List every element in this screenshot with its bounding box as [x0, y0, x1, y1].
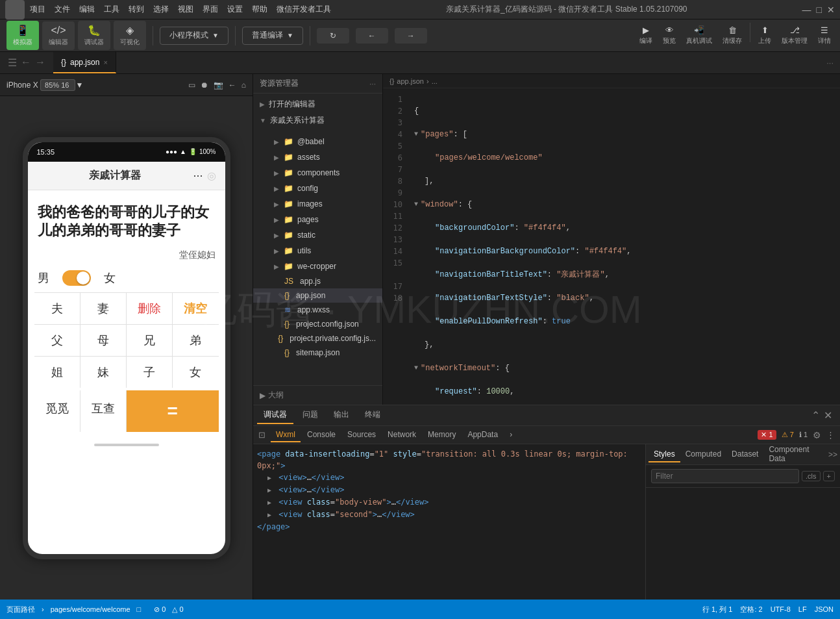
grid-cell-son[interactable]: 子 — [127, 357, 172, 388]
settings-gear-icon[interactable]: ⚙ — [813, 430, 821, 440]
right-tab-computed[interactable]: Computed — [680, 447, 726, 462]
menu-edit[interactable]: 编辑 — [79, 4, 95, 15]
menu-goto[interactable]: 转到 — [129, 4, 144, 15]
compile-run-button[interactable]: ▶ 编译 — [637, 23, 655, 48]
panel-close-icon[interactable]: ✕ — [824, 409, 832, 422]
grid-cell-wife[interactable]: 妻 — [80, 293, 126, 324]
grid-cell-elder-brother[interactable]: 兄 — [127, 325, 172, 356]
bottom-cell-equals[interactable]: = — [127, 390, 219, 432]
bottom-tab-output[interactable]: 输出 — [327, 407, 356, 424]
inner-tab-wxml[interactable]: Wxml — [271, 428, 301, 442]
debugger-button[interactable]: 🐛 调试器 — [78, 21, 110, 50]
inner-tab-sources[interactable]: Sources — [342, 428, 381, 442]
visual-button[interactable]: ◈ 可视化 — [114, 21, 146, 50]
preview-button[interactable]: 👁 预览 — [660, 23, 678, 48]
bottom-tab-terminal[interactable]: 终端 — [358, 407, 387, 424]
menu-wechat-devtools[interactable]: 微信开发者工具 — [277, 4, 331, 15]
right-tab-styles[interactable]: Styles — [649, 447, 680, 462]
refresh-button[interactable]: ↻ — [317, 28, 349, 44]
menu-view[interactable]: 视图 — [178, 4, 193, 15]
detail-button[interactable]: ☰ 详情 — [815, 23, 834, 48]
sidebar-item-app-wxss[interactable]: ≋ app.wxss — [253, 303, 382, 317]
sidebar-more-button[interactable]: ··· — [369, 79, 376, 88]
menu-project[interactable]: 项目 — [30, 4, 45, 15]
tab-more-button[interactable]: ··· — [820, 58, 840, 68]
editor-button[interactable]: </> 编辑器 — [42, 21, 75, 50]
mini-mode-dropdown[interactable]: 小程序模式 ▼ — [160, 27, 229, 45]
grid-cell-younger-brother[interactable]: 弟 — [173, 325, 218, 356]
version-management-button[interactable]: ⎇ 版本管理 — [779, 23, 810, 48]
more-dots-icon[interactable]: ⋮ — [826, 430, 835, 440]
menu-file[interactable]: 文件 — [55, 4, 70, 15]
sidebar-item-we-cropper[interactable]: ▶ 📁 we-cropper — [253, 259, 382, 274]
grid-cell-daughter[interactable]: 女 — [173, 357, 218, 388]
sidebar-item-project-private-config[interactable]: {} project.private.config.js... — [253, 331, 382, 346]
inner-tab-memory[interactable]: Memory — [423, 428, 461, 442]
grid-cell-mother[interactable]: 母 — [80, 325, 126, 356]
tab-app-json[interactable]: {} app.json × — [53, 52, 116, 73]
cls-button[interactable]: .cls — [802, 471, 821, 481]
gender-toggle[interactable] — [62, 270, 91, 286]
inner-tab-network[interactable]: Network — [382, 428, 421, 442]
devtools-cursor-icon[interactable]: ⊡ — [258, 430, 266, 440]
prev-page-button[interactable]: ← — [356, 28, 388, 44]
outline-section[interactable]: ▶ 大纲 — [253, 385, 382, 405]
right-tab-dataset[interactable]: Dataset — [726, 447, 763, 462]
sim-back-icon[interactable]: ← — [229, 81, 236, 90]
grid-cell-clear[interactable]: 清空 — [173, 293, 218, 324]
menu-interface[interactable]: 界面 — [203, 4, 218, 15]
sidebar-item-project[interactable]: ▼ 亲戚关系计算器 — [253, 112, 382, 129]
bottom-tab-debugger[interactable]: 调试器 — [257, 407, 293, 424]
menu-tools[interactable]: 工具 — [104, 4, 119, 15]
expand-arrow-4[interactable]: ▶ — [267, 511, 271, 518]
filter-input[interactable] — [651, 469, 799, 483]
right-panel-expand-icon[interactable]: >> — [828, 450, 837, 459]
sidebar-item-app-js[interactable]: JS app.js — [253, 274, 382, 288]
clear-cache-button[interactable]: 🗑 清缓存 — [720, 23, 745, 48]
bottom-cell-find[interactable]: 觅觅 — [34, 390, 80, 432]
sidebar-item-images[interactable]: ▶ 📁 images — [253, 196, 382, 212]
compile-dropdown[interactable]: 普通编译 ▼ — [242, 27, 303, 45]
grid-cell-father[interactable]: 父 — [34, 325, 80, 356]
next-page-button[interactable]: → — [395, 28, 427, 44]
sidebar-item-pages[interactable]: ▶ 📁 pages — [253, 212, 382, 227]
menu-select[interactable]: 选择 — [153, 4, 169, 15]
sidebar-item-assets[interactable]: ▶ 📁 assets — [253, 149, 382, 165]
bottom-cell-mutual[interactable]: 互查 — [80, 390, 126, 432]
sidebar-item-utils[interactable]: ▶ 📁 utils — [253, 243, 382, 259]
sidebar-item-components[interactable]: ▶ 📁 components — [253, 165, 382, 181]
inner-tab-more[interactable]: › — [504, 428, 517, 442]
bottom-tab-problems[interactable]: 问题 — [296, 407, 325, 424]
sidebar-item-open-editors[interactable]: ▶ 打开的编辑器 — [253, 96, 382, 112]
right-tab-component-data[interactable]: Component Data — [763, 444, 828, 467]
sim-home-icon[interactable]: ⌂ — [241, 81, 246, 90]
grid-cell-younger-sister[interactable]: 妹 — [80, 357, 126, 388]
sim-portrait-icon[interactable]: ▭ — [188, 81, 195, 90]
upload-button[interactable]: ⬆ 上传 — [756, 23, 774, 48]
expand-arrow-2[interactable]: ▶ — [267, 486, 271, 494]
code-editor[interactable]: 1 2 3 4 5 6 7 8 9 10 11 12 13 14 — [383, 88, 840, 405]
sidebar-item-config[interactable]: ▶ 📁 config — [253, 181, 382, 196]
sidebar-item-static[interactable]: ▶ 📁 static — [253, 227, 382, 243]
sim-screenshot-icon[interactable]: 📷 — [214, 81, 223, 90]
inner-tab-appdata[interactable]: AppData — [462, 428, 503, 442]
grid-cell-elder-sister[interactable]: 姐 — [34, 357, 80, 388]
menu-help[interactable]: 帮助 — [252, 4, 267, 15]
real-test-button[interactable]: 📲 真机调试 — [684, 23, 715, 48]
grid-cell-husband[interactable]: 夫 — [34, 293, 80, 324]
expand-arrow-3[interactable]: ▶ — [267, 499, 271, 506]
add-style-button[interactable]: + — [823, 471, 835, 481]
minimize-button[interactable]: — — [802, 5, 811, 15]
maximize-button[interactable]: □ — [817, 5, 822, 15]
close-button[interactable]: ✕ — [827, 5, 835, 15]
sidebar-item-babel[interactable]: ▶ 📁 @babel — [253, 134, 382, 149]
panel-collapse-icon[interactable]: ⌃ — [811, 409, 820, 422]
sidebar-item-sitemap[interactable]: {} sitemap.json — [253, 346, 382, 360]
expand-arrow-1[interactable]: ▶ — [267, 474, 271, 481]
inner-tab-console[interactable]: Console — [302, 428, 341, 442]
sidebar-item-app-json[interactable]: {} app.json — [253, 288, 382, 303]
sim-record-icon[interactable]: ⏺ — [201, 81, 208, 90]
sidebar-item-project-config[interactable]: {} project.config.json — [253, 317, 382, 331]
grid-cell-delete[interactable]: 删除 — [127, 293, 172, 324]
menu-settings[interactable]: 设置 — [227, 4, 243, 15]
